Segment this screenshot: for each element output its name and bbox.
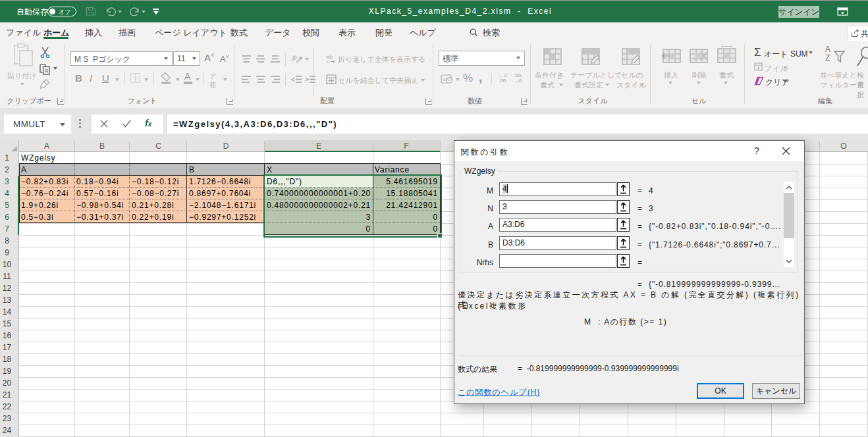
svg-text:c: c (327, 59, 329, 64)
